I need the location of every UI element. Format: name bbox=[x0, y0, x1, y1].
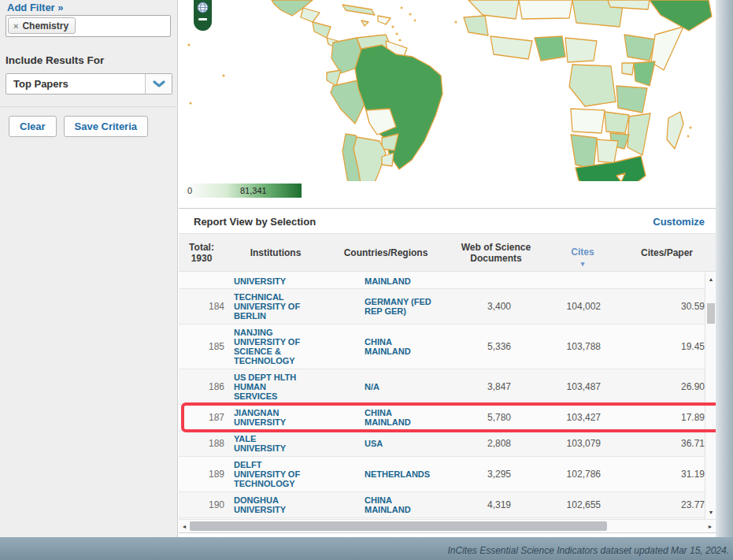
world-choropleth-map[interactable] bbox=[179, 0, 716, 181]
table-row[interactable]: 190 DONGHUA UNIVERSITY CHINA MAINLAND 4,… bbox=[179, 492, 716, 518]
sidebar-divider bbox=[0, 106, 178, 107]
page-right-margin bbox=[716, 0, 733, 537]
results-type-value: Top Papers bbox=[6, 74, 145, 94]
column-total: Total: 1930 bbox=[179, 242, 224, 264]
scroll-up-icon[interactable]: ▲ bbox=[705, 273, 716, 284]
footer-band: InCites Essential Science Indicators dat… bbox=[0, 537, 733, 560]
horizontal-scroll-thumb[interactable] bbox=[190, 521, 607, 531]
cites-per-paper-cell: 23.77 bbox=[601, 497, 716, 513]
wos-documents-cell: 3,847 bbox=[464, 379, 511, 395]
country-link[interactable]: CHINA MAINLAND bbox=[360, 334, 464, 359]
wos-documents-cell: 5,336 bbox=[464, 339, 511, 354]
chevron-down-icon bbox=[153, 80, 165, 88]
map-zoom-control[interactable] bbox=[194, 0, 212, 31]
cites-cell bbox=[511, 280, 601, 281]
rank-cell: 187 bbox=[179, 410, 228, 425]
country-link[interactable]: N/A bbox=[360, 379, 464, 395]
table-row-highlighted[interactable]: 187 JIANGNAN UNIVERSITY CHINA MAINLAND 5… bbox=[179, 405, 716, 431]
table-row[interactable]: 186 US DEPT HLTH HUMAN SERVICES N/A 3,84… bbox=[179, 369, 716, 405]
rank-cell: 185 bbox=[179, 339, 228, 354]
dataset-update-note: InCites Essential Science Indicators dat… bbox=[447, 545, 729, 556]
clear-button[interactable]: Clear bbox=[9, 116, 57, 137]
institution-link[interactable]: NANJING UNIVERSITY OF SCIENCE & TECHNOLO… bbox=[228, 325, 360, 369]
wos-documents-cell bbox=[464, 280, 511, 281]
rank-cell: 190 bbox=[179, 497, 228, 513]
cites-per-paper-cell: 26.90 bbox=[601, 379, 716, 395]
zoom-out-icon[interactable] bbox=[198, 18, 207, 20]
rank-cell: 184 bbox=[179, 299, 228, 314]
table-row[interactable]: 184 TECHNICAL UNIVERSITY OF BERLIN GERMA… bbox=[179, 289, 716, 325]
cites-cell: 103,427 bbox=[511, 410, 601, 425]
table-row[interactable]: UNIVERSITY MAINLAND bbox=[179, 272, 716, 289]
table-row[interactable]: 188 YALE UNIVERSITY USA 2,808 103,079 36… bbox=[179, 431, 716, 457]
column-cites-sorted[interactable]: Cites ▾ bbox=[547, 235, 618, 269]
scroll-down-icon[interactable]: ▼ bbox=[705, 506, 716, 517]
table-row[interactable]: 185 NANJING UNIVERSITY OF SCIENCE & TECH… bbox=[179, 325, 716, 369]
wos-documents-cell: 3,295 bbox=[464, 466, 511, 482]
wos-documents-cell: 2,808 bbox=[464, 436, 511, 451]
map-color-legend: 0 81,341 bbox=[185, 184, 302, 198]
legend-max-value: 81,341 bbox=[240, 186, 267, 195]
cites-cell: 103,788 bbox=[511, 339, 601, 354]
country-link[interactable]: NETHERLANDS bbox=[360, 466, 464, 482]
institution-link[interactable]: DONGHUA UNIVERSITY bbox=[228, 492, 360, 517]
include-results-label: Include Results For bbox=[6, 54, 104, 66]
scroll-right-icon[interactable]: ► bbox=[705, 520, 716, 532]
column-institutions[interactable]: Institutions bbox=[224, 247, 327, 258]
filter-tag-chemistry[interactable]: × Chemistry bbox=[8, 17, 76, 34]
rank-cell: 186 bbox=[179, 379, 228, 395]
column-wos-documents[interactable]: Web of Science Documents bbox=[445, 242, 547, 264]
wos-documents-cell: 4,319 bbox=[464, 497, 511, 513]
cites-per-paper-cell: 30.59 bbox=[601, 299, 716, 314]
content-bottom-border bbox=[179, 532, 716, 533]
add-filter-link[interactable]: Add Filter » bbox=[7, 2, 64, 13]
table-header-row: Total: 1930 Institutions Countries/Regio… bbox=[179, 233, 716, 272]
country-link[interactable]: CHINA MAINLAND bbox=[360, 405, 464, 430]
map-canvas bbox=[179, 0, 716, 181]
institution-link[interactable]: DELFT UNIVERSITY OF TECHNOLOGY bbox=[228, 457, 360, 491]
results-type-dropdown[interactable]: Top Papers bbox=[6, 73, 172, 95]
table-horizontal-scrollbar[interactable]: ◄ ► bbox=[179, 519, 716, 532]
save-criteria-button[interactable]: Save Criteria bbox=[64, 116, 149, 137]
customize-link[interactable]: Customize bbox=[653, 216, 705, 228]
remove-filter-icon[interactable]: × bbox=[13, 21, 18, 31]
cites-cell: 104,002 bbox=[511, 299, 601, 314]
cites-per-paper-cell: 17.89 bbox=[601, 410, 716, 425]
filter-tag-label: Chemistry bbox=[22, 20, 68, 32]
country-link[interactable]: GERMANY (FED REP GER) bbox=[360, 294, 464, 319]
active-filters-box[interactable]: × Chemistry bbox=[6, 15, 171, 37]
institution-link[interactable]: YALE UNIVERSITY bbox=[228, 431, 360, 456]
cites-per-paper-cell bbox=[601, 280, 716, 281]
filter-sidebar: Add Filter » × Chemistry Include Results… bbox=[0, 0, 178, 537]
rank-cell: 189 bbox=[179, 466, 228, 482]
country-link[interactable]: USA bbox=[360, 436, 464, 451]
esi-page: Add Filter » × Chemistry Include Results… bbox=[0, 0, 733, 560]
results-table-body: UNIVERSITY MAINLAND 184 TECHNICAL UNIVER… bbox=[179, 272, 716, 519]
column-countries[interactable]: Countries/Regions bbox=[327, 247, 445, 258]
vertical-scroll-thumb[interactable] bbox=[707, 303, 715, 324]
main-content: 0 81,341 Report View by Selection Custom… bbox=[179, 0, 716, 537]
rank-cell bbox=[179, 280, 228, 281]
institution-link[interactable]: TECHNICAL UNIVERSITY OF BERLIN bbox=[228, 289, 360, 324]
sort-arrow-icon: ▾ bbox=[581, 260, 585, 268]
cites-cell: 102,655 bbox=[511, 497, 601, 513]
report-view-bar: Report View by Selection Customize bbox=[179, 208, 716, 233]
institution-link[interactable]: JIANGNAN UNIVERSITY bbox=[228, 405, 360, 430]
institution-link[interactable]: US DEPT HLTH HUMAN SERVICES bbox=[228, 369, 360, 404]
cites-cell: 103,079 bbox=[511, 436, 601, 451]
rank-cell: 188 bbox=[179, 436, 228, 451]
table-row[interactable]: 189 DELFT UNIVERSITY OF TECHNOLOGY NETHE… bbox=[179, 457, 716, 492]
wos-documents-cell: 3,400 bbox=[464, 299, 511, 314]
table-vertical-scrollbar[interactable]: ▲ ▼ bbox=[705, 272, 716, 519]
cites-per-paper-cell: 36.71 bbox=[601, 436, 716, 451]
cites-cell: 102,786 bbox=[511, 466, 601, 482]
cites-per-paper-cell: 31.19 bbox=[601, 466, 716, 482]
institution-link[interactable]: UNIVERSITY bbox=[228, 275, 360, 286]
country-link[interactable]: MAINLAND bbox=[360, 275, 464, 286]
country-link[interactable]: CHINA MAINLAND bbox=[360, 492, 464, 517]
column-cites-per-paper[interactable]: Cites/Paper bbox=[618, 247, 716, 258]
globe-icon bbox=[197, 2, 209, 13]
dropdown-button[interactable] bbox=[145, 74, 172, 94]
wos-documents-cell: 5,780 bbox=[464, 410, 511, 425]
scroll-left-icon[interactable]: ◄ bbox=[179, 520, 190, 532]
